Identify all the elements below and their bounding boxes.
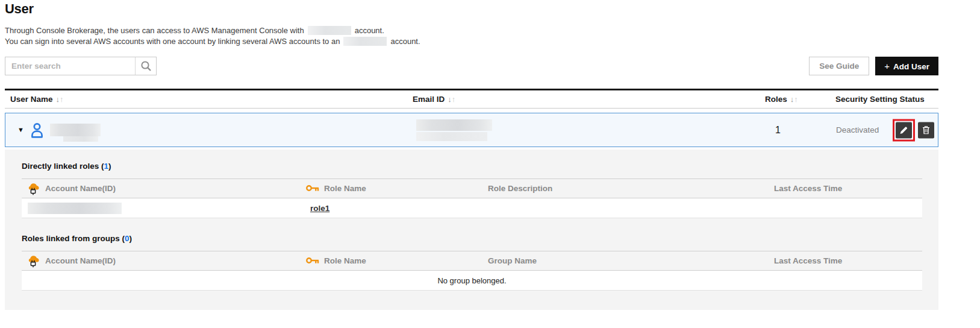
toolbar-buttons: See Guide +Add User xyxy=(809,57,938,75)
directly-linked-roles-table: Account Name(ID) Role Name Role Descript… xyxy=(22,178,922,218)
column-header-role-description: Role Description xyxy=(488,184,774,193)
email-redacted xyxy=(416,119,492,131)
search-icon xyxy=(140,60,152,72)
delete-button[interactable] xyxy=(918,122,934,138)
redacted-text xyxy=(343,37,387,46)
description-line-1: Through Console Brokerage, the users can… xyxy=(5,26,304,35)
group-linked-roles-header: Account Name(ID) Role Name Group Name L xyxy=(22,251,922,271)
column-header-last-access-time: Last Access Time xyxy=(774,184,922,193)
search-button[interactable] xyxy=(135,57,156,75)
sort-asc-icon[interactable]: ↑ xyxy=(60,95,64,104)
column-header-email-id[interactable]: Email ID↓↑ xyxy=(413,95,765,104)
linked-roles-count: 1 xyxy=(104,162,109,171)
person-icon xyxy=(30,122,44,138)
edit-highlight-box xyxy=(893,119,915,141)
key-icon xyxy=(306,184,319,192)
cloud-account-icon xyxy=(28,182,40,195)
group-linked-roles-table: Account Name(ID) Role Name Group Name L xyxy=(22,251,922,291)
email-redacted xyxy=(416,132,487,141)
key-icon xyxy=(306,257,319,265)
column-header-group-name: Group Name xyxy=(488,256,774,265)
redacted-text xyxy=(308,26,351,35)
role-name-cell: role1 xyxy=(306,204,488,213)
column-header-role-name: Role Name xyxy=(306,184,488,193)
expander-triangle-icon[interactable]: ▼ xyxy=(17,127,24,133)
column-header-account-name: Account Name(ID) xyxy=(22,182,306,195)
roles-count: 1 xyxy=(766,125,836,136)
column-header-roles[interactable]: Roles↓↑ xyxy=(765,95,835,104)
cloud-account-icon xyxy=(28,254,40,268)
empty-group-row: No group belonged. xyxy=(22,271,922,291)
account-name-redacted xyxy=(28,203,122,214)
group-linked-roles-title: Roles linked from groups (0) xyxy=(22,234,922,243)
plus-icon: + xyxy=(884,61,890,71)
directly-linked-roles-title: Directly linked roles (1) xyxy=(22,162,922,171)
email-cell xyxy=(416,119,766,141)
empty-group-message: No group belonged. xyxy=(437,276,506,285)
user-name-cell: ▼ xyxy=(5,122,413,138)
column-header-user-name[interactable]: User Name↓↑ xyxy=(5,95,413,104)
user-table-header: User Name↓↑ Email ID↓↑ Roles↓↑ Security … xyxy=(5,89,938,109)
group-roles-count: 0 xyxy=(125,234,130,243)
page-title: User xyxy=(5,0,938,17)
trash-icon xyxy=(922,126,930,134)
column-header-security-setting-status: Security Setting Status xyxy=(835,95,938,104)
sort-asc-icon[interactable]: ↑ xyxy=(794,95,798,104)
edit-button[interactable] xyxy=(896,122,912,138)
column-header-last-access-time: Last Access Time xyxy=(774,256,922,265)
see-guide-button[interactable]: See Guide xyxy=(809,57,869,75)
account-cell xyxy=(22,203,306,214)
role-row: role1 xyxy=(22,198,922,218)
search-input[interactable] xyxy=(5,57,135,75)
user-detail-panel: Directly linked roles (1) Account Name(I xyxy=(5,150,938,310)
toolbar: See Guide +Add User xyxy=(5,57,938,75)
description-line-2: You can sign into several AWS accounts w… xyxy=(5,37,340,46)
role-name-link[interactable]: role1 xyxy=(310,204,329,213)
pencil-icon xyxy=(900,126,908,134)
user-name-redacted xyxy=(50,124,101,136)
search-box xyxy=(5,57,157,75)
column-header-account-name: Account Name(ID) xyxy=(22,254,306,268)
row-actions xyxy=(893,119,934,141)
sort-asc-icon[interactable]: ↑ xyxy=(452,95,456,104)
add-user-button[interactable]: +Add User xyxy=(875,57,938,75)
page-description: Through Console Brokerage, the users can… xyxy=(5,25,938,47)
user-row[interactable]: ▼ 1 Deactivated xyxy=(5,113,938,147)
directly-linked-roles-header: Account Name(ID) Role Name Role Descript… xyxy=(22,178,922,198)
user-management-page: User Through Console Brokerage, the user… xyxy=(5,0,938,310)
column-header-role-name: Role Name xyxy=(306,256,488,265)
